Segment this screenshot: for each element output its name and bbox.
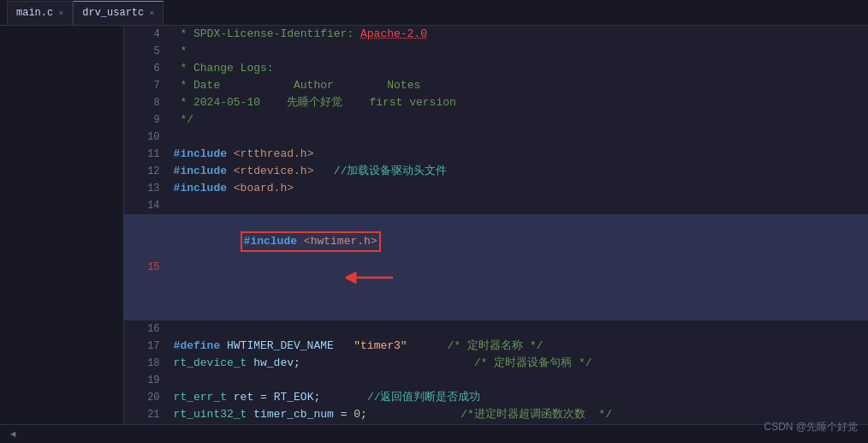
highlighted-row-15: ◉15 #include <hwtimer.h> bbox=[124, 214, 868, 320]
table-row: 10 bbox=[124, 129, 868, 146]
table-row: 6 * Change Logs: bbox=[124, 60, 868, 77]
line-number: 17 bbox=[124, 338, 170, 355]
table-row: 18 rt_device_t hw_dev; /* 定时器设备句柄 */ bbox=[124, 355, 868, 372]
table-row: 11 #include <rtthread.h> bbox=[124, 146, 868, 163]
line-number: 14 bbox=[124, 197, 170, 214]
table-row: 8 * 2024-05-10 先睡个好觉 first version bbox=[124, 94, 868, 111]
line-content: #define HWTIMER_DEV_NAME "timer3" /* 定时器… bbox=[170, 338, 868, 355]
tab-main-close[interactable]: ✕ bbox=[58, 8, 63, 18]
table-row: 21 rt_uint32_t timer_cb_num = 0; /*进定时器超… bbox=[124, 406, 868, 423]
tab-drv-label: drv_usartc bbox=[82, 7, 144, 19]
table-row: 17 #define HWTIMER_DEV_NAME "timer3" /* … bbox=[124, 338, 868, 355]
line-number: 7 bbox=[124, 77, 170, 94]
line-content: #include <rtdevice.h> //加载设备驱动头文件 bbox=[170, 163, 868, 180]
line-number: 4 bbox=[124, 26, 170, 43]
line-number: 11 bbox=[124, 146, 170, 163]
line-content: */ bbox=[170, 111, 868, 129]
highlighted-code: #include <hwtimer.h> bbox=[241, 231, 381, 252]
line-content bbox=[170, 320, 868, 338]
table-row: 16 bbox=[124, 320, 868, 338]
tab-drv[interactable]: drv_usartc ✕ bbox=[73, 1, 163, 25]
line-number: 6 bbox=[124, 60, 170, 77]
table-row: 4 * SPDX-License-Identifier: Apache-2.0 bbox=[124, 26, 868, 43]
table-row: 13 #include <board.h> bbox=[124, 180, 868, 197]
code-table: 4 * SPDX-License-Identifier: Apache-2.0 … bbox=[124, 26, 868, 424]
line-content: * Change Logs: bbox=[170, 60, 868, 77]
tab-main-label: main.c bbox=[16, 7, 53, 19]
tab-main[interactable]: main.c ✕ bbox=[7, 1, 73, 25]
line-number: 8 bbox=[124, 94, 170, 111]
line-content-15: #include <hwtimer.h> bbox=[170, 214, 868, 320]
table-row: 7 * Date Author Notes bbox=[124, 77, 868, 94]
tab-drv-close[interactable]: ✕ bbox=[149, 8, 154, 18]
line-content bbox=[170, 129, 868, 146]
line-number: 9 bbox=[124, 111, 170, 129]
sidebar bbox=[0, 26, 124, 424]
line-content: * 2024-05-10 先睡个好觉 first version bbox=[170, 94, 868, 111]
line-number: 21 bbox=[124, 406, 170, 423]
editor-container: 4 * SPDX-License-Identifier: Apache-2.0 … bbox=[0, 26, 868, 424]
scroll-indicator: ◄ bbox=[10, 429, 16, 440]
red-arrow-svg bbox=[346, 270, 397, 285]
table-row: 12 #include <rtdevice.h> //加载设备驱动头文件 bbox=[124, 163, 868, 180]
line-number: 16 bbox=[124, 320, 170, 338]
line-content bbox=[170, 372, 868, 389]
line-number: 5 bbox=[124, 43, 170, 60]
code-area[interactable]: 4 * SPDX-License-Identifier: Apache-2.0 … bbox=[124, 26, 868, 424]
table-row: 14 bbox=[124, 197, 868, 214]
line-number: 10 bbox=[124, 129, 170, 146]
line-content: #include <rtthread.h> bbox=[170, 146, 868, 163]
line-content: rt_err_t ret = RT_EOK; //返回值判断是否成功 bbox=[170, 389, 868, 406]
line-number: 12 bbox=[124, 163, 170, 180]
line-content bbox=[170, 197, 868, 214]
table-row: 19 bbox=[124, 372, 868, 389]
line-number: 19 bbox=[124, 372, 170, 389]
line-content: #include <board.h> bbox=[170, 180, 868, 197]
line-number: 20 bbox=[124, 389, 170, 406]
line-content: * bbox=[170, 43, 868, 60]
line-number: 13 bbox=[124, 180, 170, 197]
table-row: 20 rt_err_t ret = RT_EOK; //返回值判断是否成功 bbox=[124, 389, 868, 406]
line-number-15: ◉15 bbox=[124, 214, 170, 320]
status-bar: ◄ bbox=[0, 424, 868, 443]
table-row: 9 */ bbox=[124, 111, 868, 129]
line-content: rt_device_t hw_dev; /* 定时器设备句柄 */ bbox=[170, 355, 868, 372]
line-content: * Date Author Notes bbox=[170, 77, 868, 94]
line-number: 18 bbox=[124, 355, 170, 372]
line-content: * SPDX-License-Identifier: Apache-2.0 bbox=[170, 26, 868, 43]
tab-bar: main.c ✕ drv_usartc ✕ bbox=[0, 0, 868, 26]
table-row: 5 * bbox=[124, 43, 868, 60]
watermark: CSDN @先睡个好觉 bbox=[764, 420, 858, 434]
